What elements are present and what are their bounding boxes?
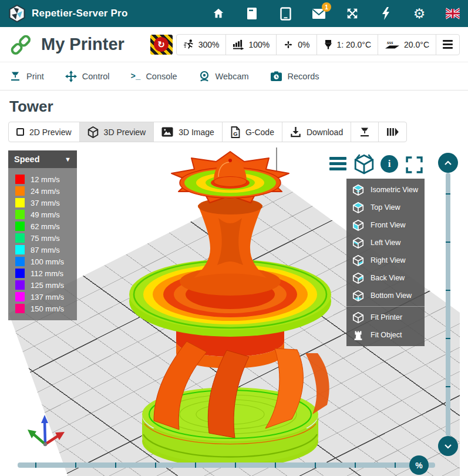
button-label: 3D Image <box>179 128 214 137</box>
tab-console[interactable]: >_ Console <box>131 72 177 81</box>
percent-mode-button[interactable]: % <box>409 455 429 475</box>
speed-factor-button[interactable]: 300% <box>177 35 226 55</box>
legend-item: 125 mm/s <box>8 279 77 291</box>
button-print-this[interactable] <box>351 122 378 142</box>
home-icon[interactable] <box>211 6 225 21</box>
emergency-stop-button[interactable]: ↻ <box>150 35 173 55</box>
menu-item-right-view[interactable]: Right View <box>346 252 425 269</box>
legend-item: 75 mm/s <box>8 232 77 244</box>
bed-corner-edge <box>276 148 277 179</box>
heated-bed-icon: sss <box>385 39 400 50</box>
extruder-icon <box>324 39 333 50</box>
extruder-temp-button[interactable]: 1: 20.0°C <box>317 35 378 55</box>
svg-text:sss: sss <box>386 39 393 45</box>
records-camera-icon <box>270 71 282 82</box>
chevron-down-icon <box>444 444 452 449</box>
button-gcode[interactable]: G G-Code <box>222 122 282 142</box>
layer-down-button[interactable] <box>438 436 458 456</box>
printer-menu-button[interactable] <box>436 35 459 55</box>
progress-slider-horizontal[interactable] <box>18 462 435 468</box>
menu-item-isometric-view[interactable]: Isometric View <box>346 181 425 199</box>
legend-item: 62 mm/s <box>8 220 77 232</box>
tab-records[interactable]: Records <box>270 71 319 82</box>
printer-nozzle-icon <box>359 126 371 138</box>
info-icon[interactable]: i <box>381 155 398 173</box>
tab-print[interactable]: Print <box>9 71 44 82</box>
color-swatch <box>15 245 25 254</box>
button-label: 2D Preview <box>29 128 72 137</box>
move-arrows-icon <box>65 71 77 82</box>
fullscreen-icon[interactable] <box>406 156 423 176</box>
gcode-3d-viewport[interactable]: Speed ▼ 12 mm/s 24 mm/s 37 mm/s 49 mm/s … <box>0 148 468 476</box>
svg-text:G: G <box>233 130 237 136</box>
fan-value: 0% <box>298 40 309 49</box>
expand-arrows-icon[interactable] <box>345 6 359 21</box>
layer-up-button[interactable] <box>438 153 458 173</box>
bed-temp-button[interactable]: sss 20.0°C <box>378 35 436 55</box>
menu-item-bottom-view[interactable]: Bottom View <box>346 287 425 304</box>
viewport-menu-icon[interactable] <box>329 157 346 170</box>
tab-label: Print <box>26 72 44 81</box>
speed-factor-value: 300% <box>198 40 220 49</box>
layer-slider-vertical[interactable] <box>446 173 450 436</box>
printer-header: My Printer ↻ 300% 100% <box>0 27 468 62</box>
viewport-views-icon[interactable] <box>353 153 375 177</box>
hamburger-icon <box>443 40 453 49</box>
legend-mode-dropdown[interactable]: Speed ▼ <box>8 150 77 168</box>
tab-label: Control <box>82 72 110 81</box>
image-icon <box>161 127 173 137</box>
tab-label: Webcam <box>216 72 249 81</box>
button-label: Download <box>307 128 343 137</box>
legend-title: Speed <box>14 155 40 164</box>
chevron-down-icon: ▼ <box>65 156 71 163</box>
console-prompt-icon: >_ <box>131 72 141 81</box>
repetier-logo-icon <box>8 5 26 22</box>
button-download[interactable]: Download <box>282 122 351 142</box>
button-3d-image[interactable]: 3D Image <box>153 122 222 142</box>
flow-factor-button[interactable]: 100% <box>225 35 276 55</box>
color-swatch <box>15 186 25 196</box>
menu-item-fit-object[interactable]: Fit Object <box>346 326 425 344</box>
menu-item-left-view[interactable]: Left View <box>346 234 425 252</box>
2d-square-icon <box>16 128 24 136</box>
menu-item-back-view[interactable]: Back View <box>346 269 425 287</box>
color-swatch <box>15 280 25 290</box>
tab-webcam[interactable]: Webcam <box>198 71 249 82</box>
app-title: Repetier-Server Pro <box>32 8 127 19</box>
messages-icon[interactable]: 1 <box>312 6 326 21</box>
messages-badge: 1 <box>322 2 331 12</box>
legend-item: 12 mm/s <box>8 173 77 185</box>
printer-name: My Printer <box>41 35 124 54</box>
color-swatch <box>15 198 25 207</box>
settings-gear-icon[interactable]: ⚙ <box>412 6 426 21</box>
color-swatch <box>15 292 25 301</box>
tab-label: Records <box>288 72 319 81</box>
button-2d-preview[interactable]: 2D Preview <box>9 122 79 142</box>
cube-icon <box>87 126 99 138</box>
flow-bars-icon <box>233 39 244 50</box>
menu-item-top-view[interactable]: Top View <box>346 199 425 216</box>
tablet-icon[interactable] <box>278 6 292 21</box>
download-icon <box>290 126 301 138</box>
fan-icon <box>283 39 294 50</box>
menu-item-front-view[interactable]: Front View <box>346 216 425 234</box>
run-speed-icon <box>183 39 194 50</box>
color-swatch <box>15 175 25 184</box>
tab-control[interactable]: Control <box>65 71 110 82</box>
button-layer-range[interactable] <box>378 122 406 142</box>
legend-item: 137 mm/s <box>8 291 77 303</box>
legend-item: 87 mm/s <box>8 244 77 256</box>
color-swatch <box>15 233 25 243</box>
language-flag-icon[interactable] <box>446 6 460 21</box>
legend-body: 12 mm/s 24 mm/s 37 mm/s 49 mm/s 62 mm/s … <box>8 168 77 320</box>
fan-button[interactable]: 0% <box>276 35 316 55</box>
color-swatch <box>15 222 25 231</box>
view-menu: Isometric View Top View Front View Left … <box>346 179 425 346</box>
flow-factor-value: 100% <box>248 40 270 49</box>
button-3d-preview[interactable]: 3D Preview <box>79 122 154 142</box>
power-bolt-icon[interactable] <box>379 6 393 21</box>
server-icon[interactable] <box>245 6 259 21</box>
legend-item: 150 mm/s <box>8 303 77 314</box>
menu-item-fit-printer[interactable]: Fit Printer <box>346 309 425 326</box>
button-label: G-Code <box>245 128 274 137</box>
